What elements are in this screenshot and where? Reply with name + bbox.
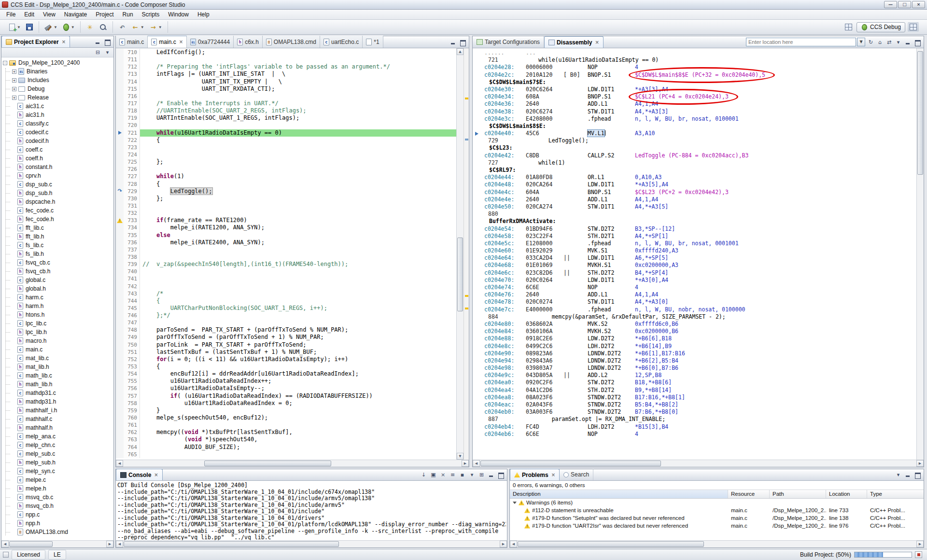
line-number[interactable]: 710: [124, 49, 140, 56]
occurrence-mark[interactable]: [465, 139, 468, 140]
tab-console[interactable]: Console ×: [116, 469, 163, 480]
maximize-view-icon[interactable]: [103, 38, 112, 45]
code-line[interactable]: 718 //UARTIntEnable(SOC_UART_2_REGS, int…: [116, 107, 456, 114]
disassembly-row[interactable]: c0204e9c:043D805A||ADD.L212,SP,B8: [473, 372, 916, 379]
scroll-right-icon[interactable]: ▶: [106, 541, 113, 547]
expander-icon[interactable]: -: [3, 61, 7, 65]
tree-item-codecif-h[interactable]: hcodecif.h: [1, 137, 113, 145]
disassembly-row[interactable]: c0204e4e:2640ADD.L1A4,1,A4: [473, 196, 916, 203]
annotation-gutter[interactable]: [116, 181, 124, 188]
annotation-gutter[interactable]: [116, 114, 124, 122]
tree-item-coeff-h[interactable]: hcoeff.h: [1, 154, 113, 163]
disassembly-row[interactable]: c0204e80:0368602AMVK.S20xffffd6c0,B6: [473, 321, 916, 328]
tree-item-melp-sub-c[interactable]: cmelp_sub.c: [1, 449, 113, 458]
line-number[interactable]: 740: [124, 268, 140, 275]
annotation-gutter[interactable]: [116, 224, 124, 231]
annotation-gutter[interactable]: [116, 261, 124, 268]
annotation-gutter[interactable]: [116, 319, 124, 326]
tree-item-aic31-c[interactable]: caic31.c: [1, 102, 113, 111]
disassembly-row[interactable]: 729 LedToggle();: [473, 137, 916, 144]
disassembly-row[interactable]: c0204e8c:0499C2C6LDH.D2T2*+B6[14],B9: [473, 343, 916, 350]
code-line[interactable]: !733 if(frame_rate == RATE1200): [116, 217, 456, 224]
open-perspective-button[interactable]: [843, 22, 854, 32]
tree-item-dspcache-h[interactable]: hdspcache.h: [1, 197, 113, 206]
line-number[interactable]: 715: [124, 85, 140, 93]
location-dropdown-icon[interactable]: ▼: [857, 38, 865, 46]
tree-item-main-c[interactable]: cmain.c: [1, 345, 113, 354]
line-number[interactable]: 722: [124, 137, 140, 144]
menu-edit[interactable]: Edit: [20, 10, 39, 19]
code-line[interactable]: 712 /* Preparing the 'intFlags' variable…: [116, 63, 456, 70]
scroll-down-icon[interactable]: ▼: [457, 453, 464, 460]
warning-mark[interactable]: [465, 295, 468, 297]
line-number[interactable]: 718: [124, 107, 140, 114]
code-line[interactable]: 728 {: [116, 181, 456, 188]
dropdown-arrow-icon[interactable]: ▼: [158, 25, 162, 29]
line-number[interactable]: 717: [124, 100, 140, 107]
annotation-gutter[interactable]: [116, 202, 124, 210]
line-number[interactable]: 738: [124, 253, 140, 261]
last-edit-location-button[interactable]: [116, 22, 128, 33]
code-line[interactable]: 721 while(u16Uart1RadioDataIsEmpty == 0): [116, 129, 456, 137]
disassembly-row[interactable]: c0204e90:089823A6LDNDW.D2T2*+B6[1],B17:B…: [473, 350, 916, 357]
problems-group-row[interactable]: !Warnings (6 items): [510, 499, 924, 506]
line-number[interactable]: 747: [124, 319, 140, 326]
code-line[interactable]: 748 parToSend = PAR_TX_START + (parOffTx…: [116, 326, 456, 334]
line-number[interactable]: 714: [124, 78, 140, 85]
line-number[interactable]: 749: [124, 334, 140, 341]
annotation-gutter[interactable]: [116, 312, 124, 319]
annotation-gutter[interactable]: [116, 63, 124, 70]
editor-vscrollbar[interactable]: ▲ ▼: [456, 48, 464, 460]
annotation-gutter[interactable]: [116, 363, 124, 370]
annotation-gutter[interactable]: [116, 78, 124, 85]
annotation-gutter[interactable]: [116, 414, 124, 421]
scroll-left-icon[interactable]: ◀: [1, 541, 9, 547]
scroll-thumb[interactable]: [917, 51, 923, 175]
disassembly-row[interactable]: c0204e50:020CA274STW.D1T1A4,*+A3[5]: [473, 203, 916, 210]
scroll-right-icon[interactable]: ▶: [916, 460, 924, 467]
disassembly-row[interactable]: 727while(1): [473, 159, 916, 167]
tree-item-mathdp31-h[interactable]: hmathdp31.h: [1, 397, 113, 406]
code-line[interactable]: 725 };: [116, 158, 456, 166]
code-line[interactable]: 715 UART_INT_RXDATA_CTI);: [116, 85, 456, 93]
scroll-left-icon[interactable]: ◀: [510, 541, 517, 547]
annotation-gutter[interactable]: [116, 129, 124, 137]
annotation-gutter[interactable]: [116, 290, 124, 297]
annotation-gutter[interactable]: [116, 275, 124, 282]
tree-item-msvq-cb-c[interactable]: cmsvq_cb.c: [1, 493, 113, 502]
display-selected-console-icon[interactable]: ▾: [468, 471, 476, 478]
tree-item-classify-c[interactable]: cclassify.c: [1, 119, 113, 128]
scroll-thumb[interactable]: [518, 541, 704, 547]
disassembly-row[interactable]: $C$DW$L$main$7$E:: [473, 79, 916, 86]
disassembly-row[interactable]: c0204e36:2640ADD.L1A4,1,A4: [473, 100, 916, 108]
line-number[interactable]: 761: [124, 421, 140, 429]
disassembly-row[interactable]: c0204e88:0918C2E6LDW.D2T2*+B6[6],B18: [473, 335, 916, 342]
dropdown-arrow-icon[interactable]: ▼: [140, 25, 144, 29]
disassembly-row[interactable]: $C$L23:: [473, 144, 916, 152]
scroll-thumb[interactable]: [124, 541, 339, 547]
annotation-gutter[interactable]: [116, 232, 124, 239]
annotation-gutter[interactable]: [116, 85, 124, 93]
tree-item-fsvq-cb-h[interactable]: hfsvq_cb.h: [1, 267, 113, 276]
tree-item-harm-h[interactable]: hharm.h: [1, 302, 113, 310]
menu-scripts[interactable]: Scripts: [138, 10, 164, 19]
tree-item-mathhalf-h[interactable]: hmathhalf.h: [1, 423, 113, 432]
disassembly-row[interactable]: c0204e40:45C6MV.L1A3,A10: [473, 130, 916, 137]
refresh-icon[interactable]: ↻: [867, 39, 875, 46]
column-header-location[interactable]: Location: [826, 490, 867, 498]
annotation-gutter[interactable]: [116, 370, 124, 378]
tree-item-mathhalf-i-h[interactable]: hmathhalf_i.h: [1, 406, 113, 415]
maximize-view-icon[interactable]: [497, 471, 505, 478]
annotation-gutter[interactable]: [116, 144, 124, 151]
code-line[interactable]: 711: [116, 56, 456, 63]
tree-item-global-h[interactable]: hglobal.h: [1, 284, 113, 293]
code-line[interactable]: 744 {: [116, 297, 456, 305]
code-line[interactable]: 750 parToLink = PAR_TX_START + parOffTxT…: [116, 341, 456, 349]
tree-item-coeff-c[interactable]: ccoeff.c: [1, 145, 113, 154]
close-window-button[interactable]: ×: [912, 1, 925, 8]
annotation-gutter[interactable]: [116, 70, 124, 78]
tree-item-aic31-h[interactable]: haic31.h: [1, 111, 113, 119]
tree-item-mathhalf-c[interactable]: cmathhalf.c: [1, 415, 113, 423]
disassembly-listing[interactable]: .........721while(u16Uart1RadioDataIsEmp…: [473, 48, 916, 460]
minimize-view-icon[interactable]: [487, 471, 495, 478]
